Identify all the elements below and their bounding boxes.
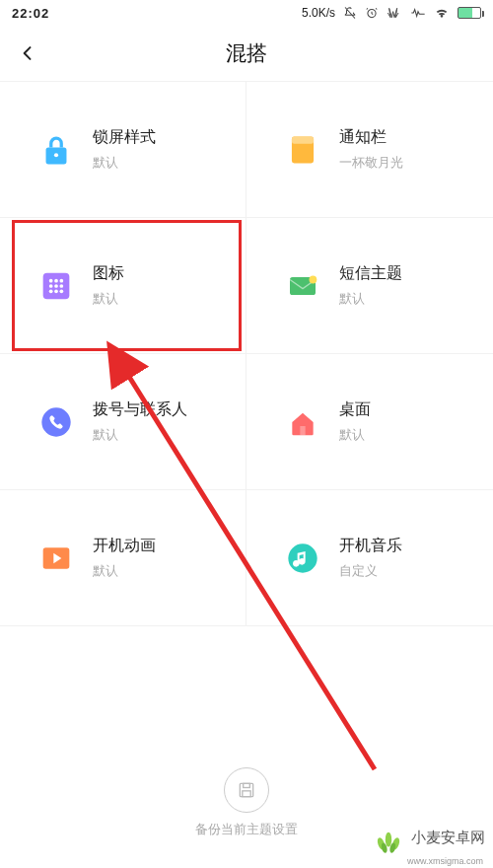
cell-desktop[interactable]: 桌面 默认 — [246, 354, 493, 490]
apps-grid-icon — [39, 269, 73, 303]
cell-lockscreen[interactable]: 锁屏样式 默认 — [0, 82, 246, 218]
backup-theme-button[interactable]: 备份当前主题设置 — [195, 767, 298, 838]
svg-point-11 — [59, 284, 63, 288]
svg-point-14 — [59, 289, 63, 293]
cell-sms[interactable]: 短信主题 默认 — [246, 218, 493, 354]
svg-point-7 — [54, 278, 58, 282]
svg-point-17 — [41, 407, 70, 436]
alarm-icon — [365, 6, 379, 20]
svg-point-2 — [54, 153, 58, 157]
status-netspeed: 5.0K/s — [302, 6, 335, 20]
cell-sub: 默认 — [339, 290, 402, 308]
svg-point-12 — [49, 289, 53, 293]
status-time: 22:02 — [12, 6, 49, 21]
phone-icon — [39, 405, 73, 439]
status-right: 5.0K/s — [302, 6, 481, 20]
page-title: 混搭 — [226, 39, 267, 67]
cell-sub: 默认 — [339, 426, 371, 444]
cell-label: 通知栏 — [339, 127, 403, 148]
svg-rect-4 — [292, 136, 314, 143]
cell-notification[interactable]: 通知栏 一杯敬月光 — [246, 82, 493, 218]
svg-point-26 — [386, 832, 391, 847]
cell-sub: 自定义 — [339, 562, 402, 580]
titlebar: 混搭 — [0, 26, 493, 81]
wheat-logo-icon — [372, 821, 405, 854]
envelope-icon — [286, 269, 319, 303]
save-icon — [224, 767, 269, 813]
home-icon — [286, 405, 319, 439]
statusbar: 22:02 5.0K/s — [0, 0, 493, 26]
notification-bar-icon — [286, 133, 319, 167]
svg-point-13 — [54, 289, 58, 293]
watermark-text: 小麦安卓网 — [411, 829, 485, 847]
cell-boot-animation[interactable]: 开机动画 默认 — [0, 490, 246, 626]
watermark: 小麦安卓网 www.xmsigma.com — [372, 821, 485, 854]
cell-label: 图标 — [93, 263, 124, 284]
svg-rect-24 — [243, 791, 250, 797]
play-icon — [39, 542, 73, 575]
back-icon[interactable] — [18, 43, 37, 63]
cell-sub: 默认 — [93, 154, 156, 172]
cell-sub: 默认 — [93, 290, 124, 308]
svg-rect-23 — [244, 783, 250, 787]
mute-icon — [343, 6, 357, 20]
backup-label: 备份当前主题设置 — [195, 821, 298, 838]
heartbeat-icon — [410, 7, 426, 19]
cell-sub: 一杯敬月光 — [339, 154, 403, 172]
svg-point-10 — [54, 284, 58, 288]
cell-label: 锁屏样式 — [93, 127, 156, 148]
svg-point-6 — [49, 278, 53, 282]
cell-boot-sound[interactable]: 开机音乐 自定义 — [246, 490, 493, 626]
lock-icon — [39, 133, 73, 167]
cell-label: 桌面 — [339, 399, 371, 420]
cell-icons[interactable]: 图标 默认 — [0, 218, 246, 354]
svg-point-16 — [310, 275, 317, 283]
svg-point-20 — [288, 543, 317, 572]
cell-sub: 默认 — [93, 562, 156, 580]
cell-label: 短信主题 — [339, 263, 402, 284]
signal-icon — [387, 7, 402, 19]
cell-sub: 默认 — [93, 426, 187, 444]
watermark-url: www.xmsigma.com — [407, 856, 483, 866]
svg-rect-18 — [300, 426, 305, 435]
battery-icon — [458, 7, 481, 19]
cell-label: 开机动画 — [93, 536, 156, 556]
cell-dialer-contacts[interactable]: 拨号与联系人 默认 — [0, 354, 246, 490]
svg-point-9 — [49, 284, 53, 288]
cell-label: 开机音乐 — [339, 536, 402, 556]
wifi-icon — [434, 7, 450, 19]
svg-point-8 — [59, 278, 63, 282]
music-note-icon — [286, 542, 319, 575]
mix-match-grid: 锁屏样式 默认 通知栏 一杯敬月光 图标 默认 短信主题 默认 — [0, 81, 493, 626]
cell-label: 拨号与联系人 — [93, 399, 187, 420]
